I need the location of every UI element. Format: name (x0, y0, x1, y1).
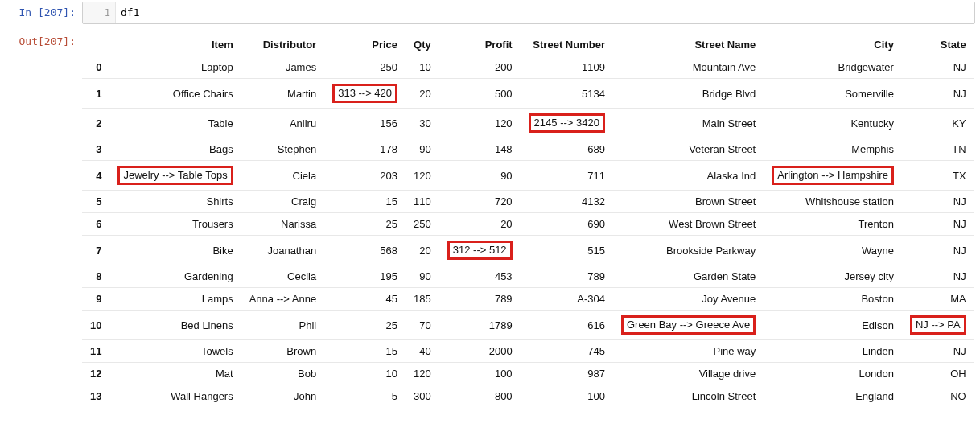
input-cell: In [207]: 1 df1 (0, 0, 980, 29)
cell: Brookside Parkway (613, 236, 764, 265)
column-header: Price (324, 34, 406, 56)
cell: 25 (324, 213, 406, 236)
cell: 110 (406, 191, 439, 213)
table-row: 2TableAnilru156301202145 --> 3420Main St… (82, 109, 974, 138)
dataframe-table: ItemDistributorPriceQtyProfitStreet Numb… (82, 34, 974, 407)
cell: 10 (406, 56, 439, 79)
row-index: 9 (82, 288, 109, 311)
cell: James (241, 56, 324, 79)
table-row: 0LaptopJames250102001109Mountain AveBrid… (82, 56, 974, 79)
code-editor[interactable]: 1 df1 (82, 2, 975, 24)
cell: Bags (109, 138, 241, 161)
cell: 250 (324, 56, 406, 79)
dataframe-header: ItemDistributorPriceQtyProfitStreet Numb… (82, 34, 974, 56)
cell: Boston (764, 288, 902, 311)
cell: 789 (521, 265, 613, 288)
table-row: 7BikeJoanathan56820312 --> 512515Brooksi… (82, 236, 974, 265)
table-row: 13Wall HangersJohn5300800100Lincoln Stre… (82, 385, 974, 408)
table-row: 10Bed LinensPhil25701789616Green Bay -->… (82, 311, 974, 340)
cell: Linden (764, 340, 902, 363)
cell: Trenton (764, 213, 902, 236)
cell: TX (902, 161, 974, 191)
highlight-box: Jewelry --> Table Tops (117, 166, 233, 185)
cell: Table (109, 109, 241, 138)
cell: Martin (241, 79, 324, 109)
cell: Cecila (241, 265, 324, 288)
column-header: Item (109, 34, 241, 56)
cell: England (764, 385, 902, 408)
cell: Lincoln Street (613, 385, 764, 408)
cell: Bed Linens (109, 311, 241, 340)
output-prompt: Out[207]: (0, 29, 82, 412)
cell: London (764, 363, 902, 385)
table-row: 8GardeningCecila19590453789Garden StateJ… (82, 265, 974, 288)
cell: 40 (406, 340, 439, 363)
cell: Wayne (764, 236, 902, 265)
cell: KY (902, 109, 974, 138)
cell: 15 (324, 191, 406, 213)
table-row: 9LampsAnna --> Anne45185789A-304Joy Aven… (82, 288, 974, 311)
cell: Arlington --> Hampshire (764, 161, 902, 191)
output-area: ItemDistributorPriceQtyProfitStreet Numb… (82, 29, 980, 412)
cell: NJ --> PA (902, 311, 974, 340)
cell: 789 (439, 288, 521, 311)
cell: Laptop (109, 56, 241, 79)
cell: Kentucky (764, 109, 902, 138)
cell: Gardening (109, 265, 241, 288)
cell: 500 (439, 79, 521, 109)
line-gutter: 1 (83, 2, 116, 23)
cell: 5 (324, 385, 406, 408)
cell: NJ (902, 213, 974, 236)
cell: 156 (324, 109, 406, 138)
cell: 1109 (521, 56, 613, 79)
cell: 10 (324, 363, 406, 385)
row-index: 8 (82, 265, 109, 288)
cell: 195 (324, 265, 406, 288)
table-row: 12MatBob10120100987Village driveLondonOH (82, 363, 974, 385)
cell: Stephen (241, 138, 324, 161)
highlight-box: 313 --> 420 (332, 84, 397, 103)
cell: 2145 --> 3420 (521, 109, 613, 138)
cell: Mat (109, 363, 241, 385)
table-row: 5ShirtsCraig151107204132Brown StreetWhit… (82, 191, 974, 213)
cell: 313 --> 420 (324, 79, 406, 109)
cell: Trousers (109, 213, 241, 236)
cell: 100 (439, 363, 521, 385)
row-index: 10 (82, 311, 109, 340)
cell: 616 (521, 311, 613, 340)
table-row: 1Office ChairsMartin313 --> 420205005134… (82, 79, 974, 109)
cell: MA (902, 288, 974, 311)
column-header: City (764, 34, 902, 56)
cell: 1789 (439, 311, 521, 340)
cell: Memphis (764, 138, 902, 161)
row-index: 13 (82, 385, 109, 408)
cell: 203 (324, 161, 406, 191)
cell: 90 (439, 161, 521, 191)
cell: Joy Avenue (613, 288, 764, 311)
cell: Lamps (109, 288, 241, 311)
highlight-box: NJ --> PA (910, 315, 966, 335)
index-header-blank (82, 34, 109, 56)
cell: West Brown Street (613, 213, 764, 236)
dataframe-body: 0LaptopJames250102001109Mountain AveBrid… (82, 56, 974, 408)
cell: Jewelry --> Table Tops (109, 161, 241, 191)
cell: Bridge Blvd (613, 79, 764, 109)
column-header: Qty (406, 34, 439, 56)
cell: Mountain Ave (613, 56, 764, 79)
cell: 100 (521, 385, 613, 408)
cell: 185 (406, 288, 439, 311)
cell: 4132 (521, 191, 613, 213)
cell: TN (902, 138, 974, 161)
cell: 689 (521, 138, 613, 161)
cell: 200 (439, 56, 521, 79)
column-header: Profit (439, 34, 521, 56)
cell: 45 (324, 288, 406, 311)
table-row: 3BagsStephen17890148689Veteran StreetMem… (82, 138, 974, 161)
cell: Brown Street (613, 191, 764, 213)
cell: Narissa (241, 213, 324, 236)
cell: Towels (109, 340, 241, 363)
code-text[interactable]: df1 (116, 2, 974, 23)
cell: NJ (902, 236, 974, 265)
cell: NJ (902, 191, 974, 213)
row-index: 1 (82, 79, 109, 109)
